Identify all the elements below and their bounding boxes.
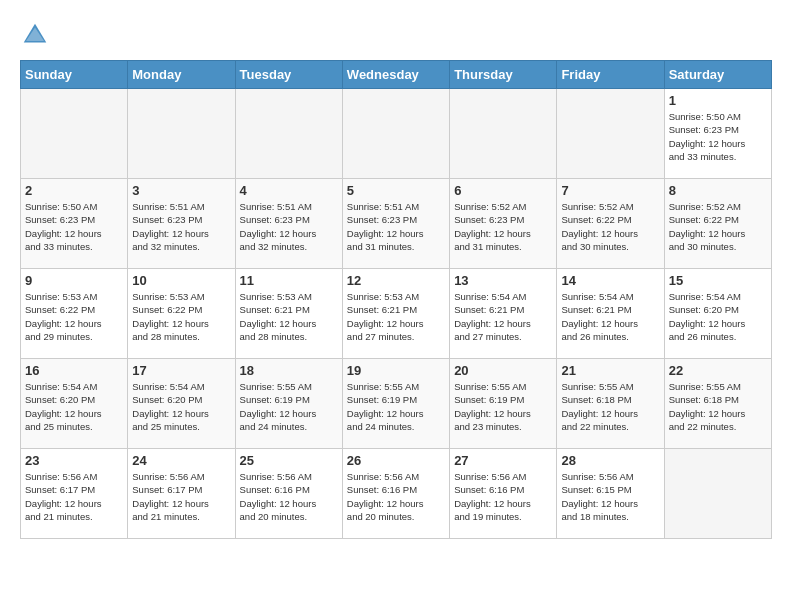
day-info: Sunrise: 5:55 AM Sunset: 6:19 PM Dayligh… xyxy=(240,380,338,433)
calendar-cell: 9Sunrise: 5:53 AM Sunset: 6:22 PM Daylig… xyxy=(21,269,128,359)
day-number: 28 xyxy=(561,453,659,468)
day-info: Sunrise: 5:56 AM Sunset: 6:16 PM Dayligh… xyxy=(240,470,338,523)
day-number: 11 xyxy=(240,273,338,288)
day-number: 13 xyxy=(454,273,552,288)
day-number: 23 xyxy=(25,453,123,468)
day-number: 26 xyxy=(347,453,445,468)
calendar-week-row: 1Sunrise: 5:50 AM Sunset: 6:23 PM Daylig… xyxy=(21,89,772,179)
day-info: Sunrise: 5:54 AM Sunset: 6:20 PM Dayligh… xyxy=(669,290,767,343)
day-info: Sunrise: 5:56 AM Sunset: 6:15 PM Dayligh… xyxy=(561,470,659,523)
day-info: Sunrise: 5:54 AM Sunset: 6:21 PM Dayligh… xyxy=(454,290,552,343)
day-info: Sunrise: 5:56 AM Sunset: 6:16 PM Dayligh… xyxy=(454,470,552,523)
calendar-cell: 3Sunrise: 5:51 AM Sunset: 6:23 PM Daylig… xyxy=(128,179,235,269)
calendar-cell: 5Sunrise: 5:51 AM Sunset: 6:23 PM Daylig… xyxy=(342,179,449,269)
page-header xyxy=(20,20,772,50)
day-number: 9 xyxy=(25,273,123,288)
calendar-cell: 19Sunrise: 5:55 AM Sunset: 6:19 PM Dayli… xyxy=(342,359,449,449)
calendar-cell: 10Sunrise: 5:53 AM Sunset: 6:22 PM Dayli… xyxy=(128,269,235,359)
weekday-header-saturday: Saturday xyxy=(664,61,771,89)
calendar-week-row: 16Sunrise: 5:54 AM Sunset: 6:20 PM Dayli… xyxy=(21,359,772,449)
day-number: 18 xyxy=(240,363,338,378)
calendar-cell: 8Sunrise: 5:52 AM Sunset: 6:22 PM Daylig… xyxy=(664,179,771,269)
calendar-cell: 12Sunrise: 5:53 AM Sunset: 6:21 PM Dayli… xyxy=(342,269,449,359)
calendar-cell: 7Sunrise: 5:52 AM Sunset: 6:22 PM Daylig… xyxy=(557,179,664,269)
calendar-cell: 24Sunrise: 5:56 AM Sunset: 6:17 PM Dayli… xyxy=(128,449,235,539)
weekday-header-friday: Friday xyxy=(557,61,664,89)
weekday-header-sunday: Sunday xyxy=(21,61,128,89)
calendar-cell: 11Sunrise: 5:53 AM Sunset: 6:21 PM Dayli… xyxy=(235,269,342,359)
day-number: 15 xyxy=(669,273,767,288)
day-number: 14 xyxy=(561,273,659,288)
logo xyxy=(20,20,52,50)
calendar-cell: 17Sunrise: 5:54 AM Sunset: 6:20 PM Dayli… xyxy=(128,359,235,449)
logo-icon xyxy=(20,20,50,50)
calendar-week-row: 2Sunrise: 5:50 AM Sunset: 6:23 PM Daylig… xyxy=(21,179,772,269)
calendar-cell xyxy=(235,89,342,179)
day-number: 4 xyxy=(240,183,338,198)
day-number: 2 xyxy=(25,183,123,198)
day-number: 17 xyxy=(132,363,230,378)
calendar-cell xyxy=(342,89,449,179)
day-info: Sunrise: 5:53 AM Sunset: 6:21 PM Dayligh… xyxy=(347,290,445,343)
day-number: 3 xyxy=(132,183,230,198)
day-info: Sunrise: 5:51 AM Sunset: 6:23 PM Dayligh… xyxy=(132,200,230,253)
day-info: Sunrise: 5:53 AM Sunset: 6:22 PM Dayligh… xyxy=(132,290,230,343)
calendar-cell xyxy=(557,89,664,179)
weekday-header-tuesday: Tuesday xyxy=(235,61,342,89)
calendar-cell: 27Sunrise: 5:56 AM Sunset: 6:16 PM Dayli… xyxy=(450,449,557,539)
day-info: Sunrise: 5:52 AM Sunset: 6:22 PM Dayligh… xyxy=(561,200,659,253)
day-number: 19 xyxy=(347,363,445,378)
day-info: Sunrise: 5:55 AM Sunset: 6:19 PM Dayligh… xyxy=(454,380,552,433)
day-number: 5 xyxy=(347,183,445,198)
calendar-week-row: 23Sunrise: 5:56 AM Sunset: 6:17 PM Dayli… xyxy=(21,449,772,539)
calendar-cell: 13Sunrise: 5:54 AM Sunset: 6:21 PM Dayli… xyxy=(450,269,557,359)
weekday-header-monday: Monday xyxy=(128,61,235,89)
calendar-cell: 25Sunrise: 5:56 AM Sunset: 6:16 PM Dayli… xyxy=(235,449,342,539)
day-info: Sunrise: 5:52 AM Sunset: 6:23 PM Dayligh… xyxy=(454,200,552,253)
calendar-cell: 18Sunrise: 5:55 AM Sunset: 6:19 PM Dayli… xyxy=(235,359,342,449)
day-info: Sunrise: 5:54 AM Sunset: 6:20 PM Dayligh… xyxy=(25,380,123,433)
day-number: 16 xyxy=(25,363,123,378)
calendar-cell xyxy=(450,89,557,179)
calendar-cell: 1Sunrise: 5:50 AM Sunset: 6:23 PM Daylig… xyxy=(664,89,771,179)
day-number: 22 xyxy=(669,363,767,378)
day-info: Sunrise: 5:55 AM Sunset: 6:18 PM Dayligh… xyxy=(669,380,767,433)
day-info: Sunrise: 5:55 AM Sunset: 6:18 PM Dayligh… xyxy=(561,380,659,433)
calendar-cell: 4Sunrise: 5:51 AM Sunset: 6:23 PM Daylig… xyxy=(235,179,342,269)
day-info: Sunrise: 5:55 AM Sunset: 6:19 PM Dayligh… xyxy=(347,380,445,433)
weekday-header-thursday: Thursday xyxy=(450,61,557,89)
calendar-week-row: 9Sunrise: 5:53 AM Sunset: 6:22 PM Daylig… xyxy=(21,269,772,359)
calendar-cell xyxy=(21,89,128,179)
day-info: Sunrise: 5:54 AM Sunset: 6:21 PM Dayligh… xyxy=(561,290,659,343)
day-number: 12 xyxy=(347,273,445,288)
calendar-cell: 21Sunrise: 5:55 AM Sunset: 6:18 PM Dayli… xyxy=(557,359,664,449)
day-number: 20 xyxy=(454,363,552,378)
day-number: 1 xyxy=(669,93,767,108)
day-number: 27 xyxy=(454,453,552,468)
day-number: 6 xyxy=(454,183,552,198)
calendar-cell: 20Sunrise: 5:55 AM Sunset: 6:19 PM Dayli… xyxy=(450,359,557,449)
day-info: Sunrise: 5:56 AM Sunset: 6:17 PM Dayligh… xyxy=(132,470,230,523)
calendar-cell: 22Sunrise: 5:55 AM Sunset: 6:18 PM Dayli… xyxy=(664,359,771,449)
day-info: Sunrise: 5:52 AM Sunset: 6:22 PM Dayligh… xyxy=(669,200,767,253)
day-number: 21 xyxy=(561,363,659,378)
calendar-cell: 14Sunrise: 5:54 AM Sunset: 6:21 PM Dayli… xyxy=(557,269,664,359)
day-info: Sunrise: 5:53 AM Sunset: 6:22 PM Dayligh… xyxy=(25,290,123,343)
calendar-cell: 2Sunrise: 5:50 AM Sunset: 6:23 PM Daylig… xyxy=(21,179,128,269)
calendar-cell xyxy=(128,89,235,179)
day-info: Sunrise: 5:50 AM Sunset: 6:23 PM Dayligh… xyxy=(669,110,767,163)
calendar-table: SundayMondayTuesdayWednesdayThursdayFrid… xyxy=(20,60,772,539)
day-number: 10 xyxy=(132,273,230,288)
day-number: 8 xyxy=(669,183,767,198)
day-info: Sunrise: 5:56 AM Sunset: 6:17 PM Dayligh… xyxy=(25,470,123,523)
calendar-cell: 23Sunrise: 5:56 AM Sunset: 6:17 PM Dayli… xyxy=(21,449,128,539)
calendar-cell: 26Sunrise: 5:56 AM Sunset: 6:16 PM Dayli… xyxy=(342,449,449,539)
calendar-cell xyxy=(664,449,771,539)
day-number: 25 xyxy=(240,453,338,468)
day-info: Sunrise: 5:50 AM Sunset: 6:23 PM Dayligh… xyxy=(25,200,123,253)
weekday-header-wednesday: Wednesday xyxy=(342,61,449,89)
calendar-cell: 6Sunrise: 5:52 AM Sunset: 6:23 PM Daylig… xyxy=(450,179,557,269)
calendar-cell: 16Sunrise: 5:54 AM Sunset: 6:20 PM Dayli… xyxy=(21,359,128,449)
day-number: 24 xyxy=(132,453,230,468)
day-info: Sunrise: 5:51 AM Sunset: 6:23 PM Dayligh… xyxy=(240,200,338,253)
